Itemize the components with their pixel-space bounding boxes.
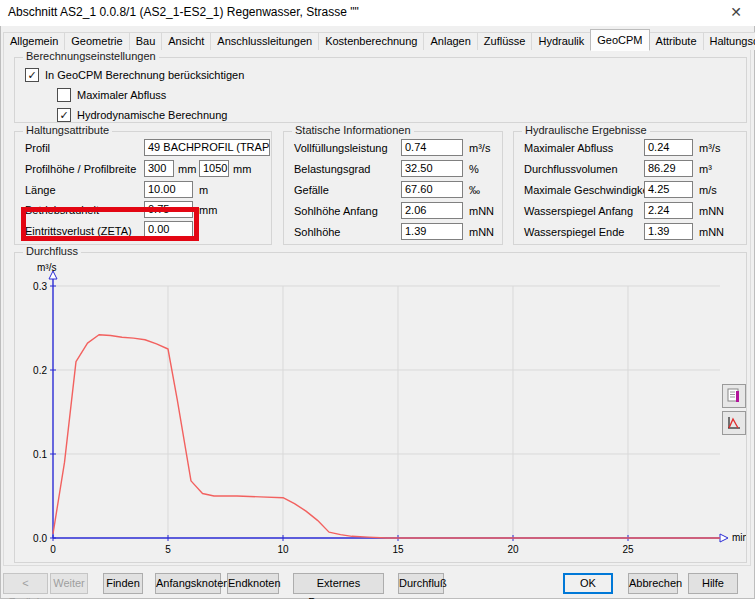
svg-text:0.1: 0.1 [33, 449, 47, 460]
profil-label: Profil [25, 142, 50, 154]
group-statische-informationen: Statische Informationen Vollfüllungsleis… [283, 131, 503, 245]
maximaler-abfluss-unit: m³/s [699, 142, 720, 154]
durchflussvolumen-field[interactable]: 86.29 [644, 160, 693, 177]
profilmasse-label: Profilhöhe / Profilbreite [25, 163, 136, 175]
betriebsrauheit-unit: mm [199, 204, 217, 216]
group-berechnungseinstellungen-legend: Berechnungseinstellungen [23, 50, 159, 62]
laenge-label: Länge [25, 184, 56, 196]
tab-allgemein[interactable]: Allgemein [3, 32, 65, 50]
tab-haltungsdaten[interactable]: Haltungsdaten [703, 32, 755, 50]
sohlhoehe-anfang-label: Sohlhöhe Anfang [294, 205, 378, 217]
finden-button[interactable]: Finden [103, 573, 143, 594]
window-title: Abschnitt AS2_1 0.0.8/1 (AS2_1-ES2_1) Re… [8, 5, 359, 19]
svg-text:m³/s: m³/s [37, 262, 56, 273]
belastungsgrad-unit: % [469, 163, 479, 175]
tab-anlagen[interactable]: Anlagen [423, 32, 477, 50]
wasserspiegel-anfang-unit: mNN [699, 205, 724, 217]
laenge-unit: m [199, 184, 208, 196]
laenge-field[interactable]: 10.00 [144, 181, 193, 198]
ok-button[interactable]: OK [563, 573, 613, 594]
belastungsgrad-field[interactable]: 32.50 [401, 160, 463, 177]
checkbox-maximaler-abfluss-label: Maximaler Abfluss [77, 89, 166, 101]
durchflussvolumen-unit: m³ [699, 163, 712, 175]
checkbox-in-geocpm-berechnung[interactable]: ✓In GeoCPM Berechnung berücksichtigen [25, 68, 244, 82]
maximale-geschwindigkeit-field[interactable]: 4.25 [644, 181, 693, 198]
maximale-geschwindigkeit-unit: m/s [699, 184, 717, 196]
wasserspiegel-ende-label: Wasserspiegel Ende [524, 226, 624, 238]
group-durchfluss: Durchfluss 05101520250.00.10.20.3m³/smin [14, 252, 747, 563]
checkbox-in-geocpm-berechnung-box[interactable]: ✓ [25, 68, 39, 82]
profilbreite-unit: mm [233, 163, 251, 175]
belastungsgrad-label: Belastungsgrad [294, 163, 370, 175]
graph-button[interactable] [722, 411, 746, 435]
sohlhoehe-field[interactable]: 1.39 [401, 223, 463, 240]
durchfluss-chart: 05101520250.00.10.20.3m³/smin [15, 253, 746, 562]
svg-text:15: 15 [392, 544, 404, 555]
checkbox-hydrodynamische-berechnung-box[interactable]: ✓ [57, 108, 71, 122]
tab-geocpm[interactable]: GeoCPM [590, 29, 649, 51]
tab-attribute[interactable]: Attribute [649, 32, 704, 50]
profilbreite-field[interactable]: 1050 [199, 160, 229, 177]
endknoten-button[interactable]: Endknoten [227, 573, 279, 594]
svg-text:min: min [732, 532, 746, 543]
report-button[interactable] [722, 384, 746, 408]
group-hydraulische-ergebnisse: Hydraulische Ergebnisse Maximaler Abflus… [513, 131, 747, 245]
hydrograph-icon [726, 415, 742, 431]
group-haltungsattribute: Haltungsattribute Profil 49 BACHPROFIL (… [14, 131, 272, 245]
checkbox-in-geocpm-berechnung-label: In GeoCPM Berechnung berücksichtigen [45, 69, 244, 81]
svg-text:25: 25 [622, 544, 634, 555]
wasserspiegel-anfang-field[interactable]: 2.24 [644, 202, 693, 219]
dialog-window: Abschnitt AS2_1 0.0.8/1 (AS2_1-ES2_1) Re… [0, 0, 755, 599]
wasserspiegel-ende-field[interactable]: 1.39 [644, 223, 693, 240]
sohlhoehe-anfang-unit: mNN [469, 205, 494, 217]
tab-bar: AllgemeinGeometrieBauAnsichtAnschlusslei… [3, 28, 755, 50]
profilhoehe-unit: mm [178, 163, 196, 175]
checkbox-maximaler-abfluss[interactable]: Maximaler Abfluss [57, 88, 166, 102]
abbrechen-button[interactable]: Abbrechen [628, 573, 678, 594]
betriebsrauheit-label: Betriebsrauheit [25, 204, 99, 216]
hilfe-button[interactable]: Hilfe [688, 573, 738, 594]
durchfluss-button[interactable]: Durchfluß [398, 573, 444, 594]
svg-text:10: 10 [277, 544, 289, 555]
tab-bau[interactable]: Bau [129, 32, 163, 50]
close-icon[interactable]: ✕ [725, 2, 747, 22]
group-haltungsattribute-legend: Haltungsattribute [23, 124, 112, 136]
title-bar: Abschnitt AS2_1 0.0.8/1 (AS2_1-ES2_1) Re… [0, 0, 755, 26]
sohlhoehe-anfang-field[interactable]: 2.06 [401, 202, 463, 219]
wasserspiegel-anfang-label: Wasserspiegel Anfang [524, 205, 633, 217]
maximaler-abfluss-label: Maximaler Abfluss [524, 142, 613, 154]
sohlhoehe-label: Sohlhöhe [294, 226, 341, 238]
eintrittsverlust-field[interactable]: 0.00 [144, 221, 193, 238]
wasserspiegel-ende-unit: mNN [699, 226, 724, 238]
vollfuellungsleistung-field[interactable]: 0.74 [401, 139, 463, 156]
document-icon [726, 388, 742, 404]
sohlhoehe-unit: mNN [469, 226, 494, 238]
gefaelle-unit: ‰ [469, 184, 480, 196]
checkbox-maximaler-abfluss-box[interactable] [57, 88, 71, 102]
profilhoehe-field[interactable]: 300 [144, 160, 174, 177]
durchflussvolumen-label: Durchflussvolumen [524, 163, 618, 175]
svg-text:20: 20 [507, 544, 519, 555]
maximale-geschwindigkeit-label: Maximale Geschwindigkeit [524, 184, 654, 196]
checkbox-hydrodynamische-berechnung[interactable]: ✓Hydrodynamische Berechnung [57, 108, 227, 122]
tab-zufluesse[interactable]: Zuflüsse [477, 32, 533, 50]
profil-field[interactable]: 49 BACHPROFIL (TRAP [144, 139, 270, 156]
vollfuellungsleistung-unit: m³/s [469, 142, 490, 154]
gefaelle-field[interactable]: 67.60 [401, 181, 463, 198]
svg-text:0.2: 0.2 [33, 365, 47, 376]
tab-ansicht[interactable]: Ansicht [161, 32, 211, 50]
svg-text:0.3: 0.3 [33, 281, 47, 292]
zurueck-button: < Zurück [3, 573, 48, 594]
tab-hydraulik[interactable]: Hydraulik [531, 32, 591, 50]
tab-geometrie[interactable]: Geometrie [64, 32, 129, 50]
group-hydraulische-ergebnisse-legend: Hydraulische Ergebnisse [522, 124, 650, 136]
externes-programm-button[interactable]: Externes Programm... [293, 573, 384, 594]
tab-anschlussleitungen[interactable]: Anschlussleitungen [210, 32, 319, 50]
svg-text:5: 5 [165, 544, 171, 555]
betriebsrauheit-field[interactable]: 0.75 [144, 201, 193, 218]
maximaler-abfluss-field[interactable]: 0.24 [644, 139, 693, 156]
tab-kostenberechnung[interactable]: Kostenberechnung [318, 32, 424, 50]
anfangsknoten-button[interactable]: Anfangsknoten [155, 573, 221, 594]
group-statische-informationen-legend: Statische Informationen [292, 124, 414, 136]
group-berechnungseinstellungen: Berechnungseinstellungen ✓In GeoCPM Bere… [14, 57, 747, 123]
